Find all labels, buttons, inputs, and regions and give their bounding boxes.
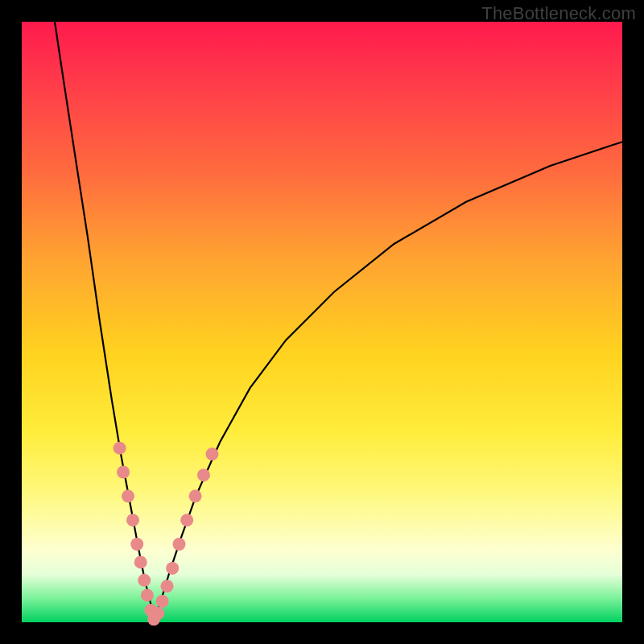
dots-group bbox=[114, 442, 219, 626]
data-dot bbox=[180, 514, 193, 526]
data-dot bbox=[114, 442, 126, 455]
chart-frame: TheBottleneck.com bbox=[0, 0, 644, 644]
data-dot bbox=[197, 469, 210, 481]
data-dot bbox=[126, 514, 139, 526]
data-dot bbox=[122, 489, 134, 502]
data-dot bbox=[130, 538, 143, 551]
data-dot bbox=[173, 538, 186, 551]
curve-right-arm bbox=[154, 142, 622, 622]
data-dot bbox=[141, 588, 154, 601]
data-dot bbox=[166, 562, 179, 575]
data-dot bbox=[156, 595, 169, 608]
data-dot bbox=[206, 448, 219, 460]
watermark-text: TheBottleneck.com bbox=[481, 3, 636, 24]
data-dot bbox=[151, 607, 164, 620]
data-dot bbox=[117, 466, 130, 479]
data-dot bbox=[138, 574, 151, 587]
data-dot bbox=[189, 489, 202, 502]
curve-left-arm bbox=[55, 22, 154, 622]
data-dot bbox=[134, 555, 147, 568]
plot-area bbox=[22, 22, 622, 622]
data-dot bbox=[161, 580, 174, 592]
curve-layer bbox=[22, 22, 622, 622]
